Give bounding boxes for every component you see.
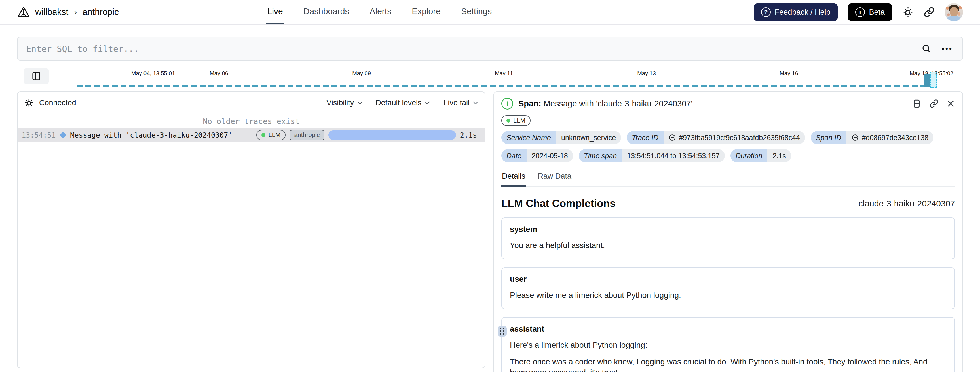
traces-panel: Connected Visibility Default levels Live…: [17, 92, 485, 368]
tab-alerts[interactable]: Alerts: [369, 0, 393, 24]
share-link-button[interactable]: [924, 7, 935, 17]
section-title: LLM Chat Completions: [501, 198, 616, 209]
beta-button[interactable]: i Beta: [848, 3, 892, 21]
tick-mark: [361, 78, 362, 86]
sidebar-toggle-button[interactable]: [24, 68, 49, 84]
tick-label: May 11: [495, 70, 513, 77]
question-circle-icon: ?: [761, 7, 771, 17]
close-panel-button[interactable]: [947, 100, 955, 108]
sql-filter-input[interactable]: [18, 37, 921, 60]
main-area: Connected Visibility Default levels Live…: [0, 92, 980, 372]
tab-raw-data-label: Raw Data: [538, 172, 572, 180]
span-diamond-icon: [60, 131, 67, 138]
trace-row-meta: LLM anthropic 2.1s: [256, 130, 477, 141]
chain-link-icon: [851, 134, 859, 141]
user-avatar[interactable]: [945, 3, 963, 21]
tab-details-label: Details: [502, 172, 525, 180]
service-name-value: unknown_service: [556, 131, 621, 144]
connection-status: Connected: [24, 98, 76, 107]
default-levels-dropdown[interactable]: Default levels: [369, 92, 437, 114]
duration-pill: Duration 2.1s: [730, 149, 791, 162]
default-levels-label: Default levels: [375, 98, 422, 107]
trace-row[interactable]: 13:54:51 Message with 'claude-3-haiku-20…: [18, 128, 485, 142]
sql-filter-box: •••: [17, 37, 963, 60]
tab-settings-label: Settings: [461, 6, 492, 16]
live-tail-dropdown[interactable]: Live tail: [437, 92, 485, 114]
chain-link-icon: [924, 7, 935, 17]
filter-actions: •••: [921, 44, 963, 54]
message-card-user: user Please write me a limerick about Py…: [501, 267, 955, 309]
main-nav-tabs: Live Dashboards Alerts Explore Settings: [266, 0, 493, 24]
split-panel-icon: [912, 99, 921, 108]
llm-section-header: LLM Chat Completions claude-3-haiku-2024…: [501, 198, 955, 209]
tab-details[interactable]: Details: [501, 172, 526, 187]
chevron-down-icon: [424, 101, 430, 105]
green-dot-icon: [261, 133, 266, 137]
sidebar-icon: [31, 71, 41, 81]
message-role: system: [510, 225, 947, 234]
duration-label: Duration: [730, 149, 768, 162]
beta-label: Beta: [869, 8, 885, 17]
span-title: Span: Message with 'claude-3-haiku-20240…: [519, 99, 692, 108]
top-nav: willbakst › anthropic Live Dashboards Al…: [0, 0, 980, 25]
search-icon[interactable]: [921, 44, 932, 54]
breadcrumb-org[interactable]: willbakst: [35, 7, 68, 17]
span-meta-row-2: Date 2024-05-18 Time span 13:54:51.044 t…: [501, 149, 955, 162]
traces-panel-header: Connected Visibility Default levels Live…: [18, 92, 485, 114]
tick-mark: [646, 78, 647, 86]
trace-id-pill[interactable]: Trace ID #973fba5919cf9c618aafdb2635f68c…: [627, 131, 805, 144]
time-histogram[interactable]: May 04, 13:55:01 May 06 May 09 May 11 Ma…: [76, 65, 963, 88]
span-id-label: Span ID: [811, 131, 846, 144]
copy-span-link-button[interactable]: [929, 99, 939, 108]
breadcrumb-separator-icon: ›: [74, 7, 77, 17]
tab-live-label: Live: [267, 6, 283, 16]
span-id-pill[interactable]: Span ID #d08697de343ce138: [811, 131, 934, 144]
date-label: Date: [501, 149, 527, 162]
chain-link-icon: [929, 99, 939, 108]
tick-label: May 16: [780, 70, 798, 77]
message-content: You are a helpful assistant.: [510, 240, 947, 251]
green-dot-icon: [506, 119, 511, 123]
breadcrumb-project[interactable]: anthropic: [83, 7, 119, 17]
span-detail-panel: i Span: Message with 'claude-3-haiku-202…: [493, 92, 963, 372]
trace-timestamp: 13:54:51: [22, 131, 56, 139]
time-range-selection[interactable]: [930, 71, 937, 88]
tick-label: May 06: [210, 70, 228, 77]
tab-dashboards[interactable]: Dashboards: [302, 0, 350, 24]
span-meta-row-1: Service Name unknown_service Trace ID #9…: [501, 131, 955, 144]
gear-icon[interactable]: [24, 98, 33, 107]
visibility-dropdown[interactable]: Visibility: [320, 92, 369, 114]
service-name-label: Service Name: [501, 131, 556, 144]
more-options-icon[interactable]: •••: [942, 45, 953, 52]
llm-badge-label: LLM: [268, 131, 280, 139]
tab-alerts-label: Alerts: [370, 6, 391, 16]
tab-settings[interactable]: Settings: [460, 0, 493, 24]
tick-label: May 04, 13:55:01: [131, 70, 175, 77]
split-view-button[interactable]: [912, 99, 921, 108]
feedback-help-label: Feedback / Help: [775, 8, 830, 17]
tick-mark: [76, 78, 77, 86]
theme-toggle-button[interactable]: [902, 6, 914, 18]
duration-value: 2.1s: [767, 149, 791, 162]
message-role: user: [510, 275, 947, 284]
time-span-value: 13:54:51.044 to 13:54:53.157: [622, 149, 725, 162]
tab-explore[interactable]: Explore: [410, 0, 442, 24]
llm-badge-label: LLM: [513, 117, 525, 124]
chevron-down-icon: [357, 101, 363, 105]
service-name-pill: Service Name unknown_service: [501, 131, 621, 144]
histogram-spike-bar: [924, 74, 929, 87]
live-tail-label: Live tail: [444, 98, 469, 107]
panel-resize-handle[interactable]: [498, 326, 507, 337]
avatar-shirt: [946, 16, 962, 21]
llm-badge: LLM: [256, 130, 286, 141]
feedback-help-button[interactable]: ? Feedback / Help: [754, 3, 838, 21]
nav-actions: ? Feedback / Help i Beta: [754, 0, 963, 24]
histogram-baseline-bars: [76, 85, 924, 87]
info-circle-icon: i: [855, 7, 865, 17]
tab-raw-data[interactable]: Raw Data: [537, 172, 572, 187]
lilypad-logo-icon[interactable]: [17, 5, 30, 19]
message-card-assistant: assistant Here's a limerick about Python…: [501, 317, 955, 372]
tab-live[interactable]: Live: [266, 0, 284, 24]
llm-badge: LLM: [501, 115, 531, 126]
tick-mark: [219, 78, 220, 86]
